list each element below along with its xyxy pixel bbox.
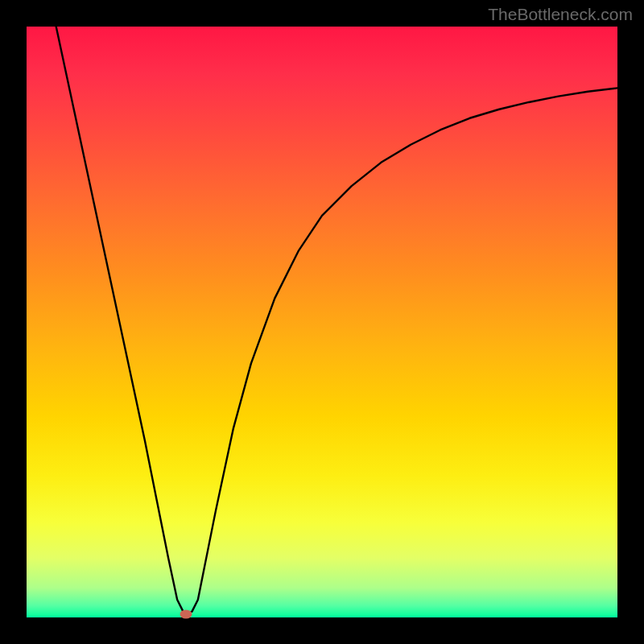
chart-marker-dot xyxy=(180,610,192,619)
plot-area xyxy=(27,27,617,617)
chart-curve xyxy=(27,27,617,617)
watermark-text: TheBottleneck.com xyxy=(488,5,633,24)
